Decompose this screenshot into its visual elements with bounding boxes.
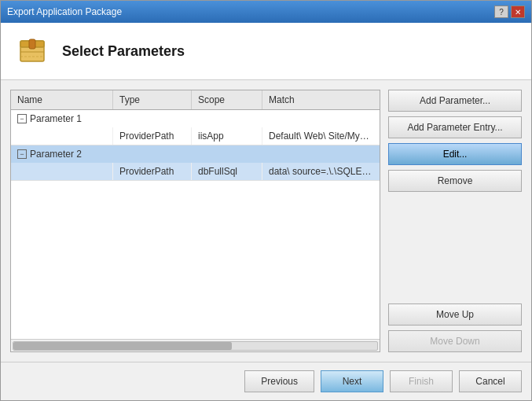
param2-entry-row[interactable]: ProviderPath dbFullSql data\ source=.\.\…	[11, 163, 380, 180]
horizontal-scrollbar-area	[11, 339, 380, 351]
col-name: Name	[11, 90, 113, 109]
add-parameter-entry-button[interactable]: Add Parameter Entry...	[388, 116, 522, 138]
param-group-2: − Parameter 2 ProviderPath dbFullSql dat…	[11, 145, 380, 181]
move-up-button[interactable]: Move Up	[388, 304, 522, 326]
move-down-button[interactable]: Move Down	[388, 330, 522, 352]
param1-label: Parameter 1	[30, 113, 82, 124]
parameters-table[interactable]: Name Type Scope Match − Parameter 1	[10, 90, 380, 352]
header-icon	[13, 32, 51, 70]
add-parameter-button[interactable]: Add Parameter...	[388, 90, 522, 112]
param1-scope: iisApp	[192, 127, 262, 145]
edit-button[interactable]: Edit...	[388, 143, 522, 165]
param2-name-row[interactable]: − Parameter 2	[11, 145, 380, 163]
param2-type: ProviderPath	[113, 163, 192, 180]
finish-button[interactable]: Finish	[390, 370, 453, 392]
content-area: Name Type Scope Match − Parameter 1	[1, 80, 531, 362]
table-body: − Parameter 1 ProviderPath iisApp Defaul…	[11, 110, 380, 339]
col-type: Type	[113, 90, 192, 109]
param-group-1: − Parameter 1 ProviderPath iisApp Defaul…	[11, 110, 380, 145]
param1-entry-row[interactable]: ProviderPath iisApp Default\ Web\ Site/M…	[11, 127, 380, 145]
header-section: Select Parameters	[1, 23, 531, 80]
col-scope: Scope	[192, 90, 262, 109]
horizontal-scrollbar[interactable]	[13, 341, 378, 351]
col-match: Match	[262, 90, 380, 109]
table-header: Name Type Scope Match	[11, 90, 380, 110]
param1-entry-name	[11, 127, 113, 145]
param1-name-row[interactable]: − Parameter 1	[11, 110, 380, 127]
param2-entry-name	[11, 163, 113, 180]
param1-type: ProviderPath	[113, 127, 192, 145]
param2-label: Parameter 2	[30, 149, 82, 160]
help-button[interactable]: ?	[494, 6, 508, 18]
cancel-button[interactable]: Cancel	[459, 370, 522, 392]
remove-button[interactable]: Remove	[388, 170, 522, 192]
window-title: Export Application Package	[7, 6, 122, 17]
scrollbar-thumb	[13, 342, 232, 350]
param1-expand-icon[interactable]: −	[17, 114, 27, 123]
close-button[interactable]: ✕	[511, 6, 525, 18]
side-buttons-panel: Add Parameter... Add Parameter Entry... …	[388, 90, 522, 352]
param2-match: data\ source=.\.\SQLExpre	[262, 163, 380, 180]
param2-name[interactable]: − Parameter 2	[11, 145, 113, 163]
param2-scope: dbFullSql	[192, 163, 262, 180]
param1-match: Default\ Web\ Site/MyApp	[262, 127, 380, 145]
param1-name[interactable]: − Parameter 1	[11, 110, 113, 127]
next-button[interactable]: Next	[321, 370, 383, 392]
page-title: Select Parameters	[62, 43, 185, 60]
title-bar-buttons: ? ✕	[494, 6, 525, 18]
package-icon	[16, 35, 49, 68]
footer: Previous Next Finish Cancel	[1, 362, 531, 400]
title-bar: Export Application Package ? ✕	[1, 1, 531, 23]
svg-rect-2	[29, 39, 35, 49]
dialog-window: Export Application Package ? ✕ Select Pa…	[0, 0, 532, 401]
previous-button[interactable]: Previous	[244, 370, 314, 392]
param2-expand-icon[interactable]: −	[17, 149, 27, 159]
